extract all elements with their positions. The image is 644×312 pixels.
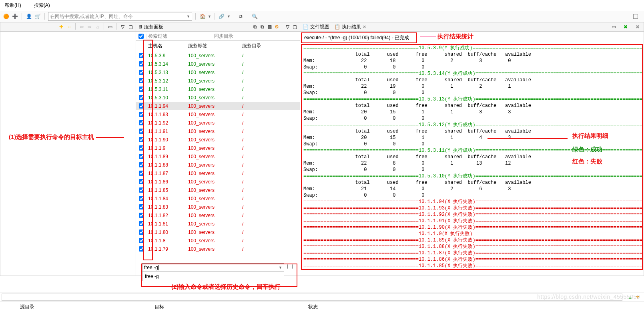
forward-icon[interactable]: ⇨ [86, 23, 93, 30]
row-checkbox[interactable] [139, 238, 144, 243]
table-row[interactable]: 10.1.1.83100_servers/ [136, 203, 300, 211]
table-row[interactable]: 10.1.1.94100_servers/ [136, 102, 300, 110]
row-checkbox[interactable] [139, 162, 144, 167]
row-checkbox[interactable] [139, 204, 144, 209]
chevron-down-icon[interactable]: ▼ [227, 14, 231, 18]
row-checkbox[interactable] [139, 145, 144, 151]
panel-btn-2[interactable]: ⧉ [259, 23, 266, 30]
tab-file-view[interactable]: 📄 文件视图 [303, 24, 329, 30]
panel-btn-3[interactable]: ▦ [266, 23, 273, 30]
table-row[interactable]: 10.5.3.12100_servers/ [136, 76, 300, 85]
plus-icon[interactable]: ➕ [11, 13, 18, 20]
add-yellow-icon[interactable]: ✚ [58, 23, 65, 30]
dropdown-icon[interactable]: ▼ [187, 14, 190, 18]
table-row[interactable]: 10.5.3.13100_servers/ [136, 68, 300, 76]
row-checkbox[interactable] [139, 129, 144, 134]
panel-max-icon[interactable]: ▢ [291, 23, 298, 30]
command-checkbox[interactable] [287, 264, 293, 269]
swap-icon[interactable]: ↔ [66, 23, 73, 30]
row-checkbox[interactable] [139, 221, 144, 226]
maximize-icon[interactable]: ▢ [127, 23, 134, 30]
table-row[interactable]: 10.1.1.9100_servers/ [136, 144, 300, 152]
home-icon[interactable]: 🏠 [199, 13, 206, 20]
row-checkbox[interactable] [139, 95, 144, 100]
layout-icon[interactable] [632, 13, 639, 20]
tab-exec-result[interactable]: 📋 执行结果 ✕ [334, 24, 366, 30]
row-checkbox[interactable] [139, 213, 144, 218]
minimize-icon[interactable]: ▽ [119, 23, 126, 30]
table-row[interactable]: 10.5.3.14100_servers/ [136, 60, 300, 68]
window-icon[interactable]: ⧉ [237, 13, 245, 20]
table-row[interactable]: 10.5.3.11100_servers/ [136, 85, 300, 93]
table-row[interactable]: 10.1.1.91100_servers/ [136, 127, 300, 135]
result-output[interactable]: ========================================… [302, 45, 642, 269]
row-checkbox[interactable] [139, 187, 144, 193]
row-checkbox[interactable] [139, 171, 144, 176]
menu-search[interactable]: 搜索(A) [32, 1, 52, 10]
result-icon: 📋 [334, 24, 340, 30]
app-icon[interactable]: 🟠 [2, 13, 10, 20]
back-icon[interactable]: ⇦ [78, 23, 85, 30]
panel-btn-4[interactable]: ⚙ [273, 23, 280, 30]
global-search-input[interactable]: 在网络中搜索,或者输入IP、网址、命令 ▼ [48, 12, 192, 21]
table-row[interactable]: 10.1.1.8100_servers/ [136, 236, 300, 245]
row-checkbox[interactable] [139, 229, 144, 235]
menu-help[interactable]: 帮助(H) [2, 1, 24, 10]
row-checkbox[interactable] [139, 179, 144, 184]
table-row[interactable]: 10.1.1.93100_servers/ [136, 110, 300, 119]
cart-icon[interactable]: 🛒 [34, 13, 41, 20]
table-row[interactable]: 10.1.1.82100_servers/ [136, 211, 300, 219]
host-list[interactable]: 10.5.3.9100_servers/10.5.3.14100_servers… [136, 51, 300, 276]
row-checkbox[interactable] [139, 137, 144, 142]
col-dir[interactable]: 服务目录 [241, 41, 300, 51]
table-row[interactable]: 10.5.3.10100_servers/ [136, 93, 300, 102]
row-checkbox[interactable] [139, 70, 144, 75]
table-row[interactable]: 10.1.1.84100_servers/ [136, 194, 300, 203]
row-checkbox[interactable] [139, 61, 144, 66]
row-checkbox[interactable] [139, 87, 144, 92]
table-row[interactable]: 10.1.1.79100_servers/ [136, 245, 300, 253]
cell-dir: / [241, 95, 300, 101]
row-checkbox[interactable] [139, 103, 144, 109]
table-row[interactable]: 10.1.1.87100_servers/ [136, 169, 300, 177]
table-row[interactable]: 10.1.1.81100_servers/ [136, 219, 300, 228]
home-icon-2[interactable]: ⌂ [94, 23, 101, 30]
row-checkbox[interactable] [139, 112, 144, 117]
row-checkbox[interactable] [139, 246, 144, 252]
table-row[interactable]: 10.1.1.90100_servers/ [136, 135, 300, 144]
select-all-checkbox[interactable] [138, 34, 144, 39]
col-tag[interactable]: 服务标签 [187, 41, 241, 51]
table-row[interactable]: 10.1.1.92100_servers/ [136, 119, 300, 127]
row-checkbox[interactable] [139, 53, 144, 58]
command-history-item[interactable]: free -g [145, 274, 281, 279]
table-row[interactable]: 10.1.1.85100_servers/ [136, 186, 300, 194]
right-btn-1[interactable]: ▭ [610, 23, 617, 30]
page-icon[interactable]: ▭ [106, 23, 114, 30]
chevron-down-icon[interactable]: ▼ [208, 14, 211, 18]
right-btn-2[interactable]: ✖ [622, 23, 629, 30]
row-checkbox[interactable] [139, 120, 144, 125]
tab-close-icon[interactable]: ✕ [363, 24, 366, 30]
cell-dir: / [241, 187, 300, 193]
col-host[interactable]: 主机名 [146, 41, 187, 51]
table-row[interactable]: 10.1.1.80100_servers/ [136, 228, 300, 236]
cell-host: 10.1.1.90 [146, 137, 187, 143]
right-btn-3[interactable]: ✖ [634, 23, 641, 30]
profile-icon[interactable]: 👤 [25, 13, 32, 20]
table-row[interactable]: 10.1.1.88100_servers/ [136, 161, 300, 169]
panel-btn-1[interactable]: ⧉ [251, 23, 259, 30]
row-checkbox[interactable] [139, 196, 144, 201]
command-input[interactable]: free -g ▼ [142, 263, 284, 272]
table-row[interactable]: 10.5.3.9100_servers/ [136, 51, 300, 60]
row-checkbox[interactable] [139, 154, 144, 159]
table-row[interactable]: 10.1.1.89100_servers/ [136, 152, 300, 161]
command-history-dropdown[interactable]: free -g [142, 272, 284, 281]
eye-icon[interactable]: 🔍 [251, 13, 259, 20]
dropdown-icon[interactable]: ▼ [279, 266, 282, 270]
filter-input[interactable] [146, 32, 213, 40]
link-icon[interactable]: 🔗 [218, 13, 225, 20]
panel-min-icon[interactable]: ▽ [284, 23, 291, 30]
row-checkbox[interactable] [139, 78, 144, 83]
sync-dir-input[interactable] [213, 32, 300, 40]
table-row[interactable]: 10.1.1.86100_servers/ [136, 177, 300, 186]
